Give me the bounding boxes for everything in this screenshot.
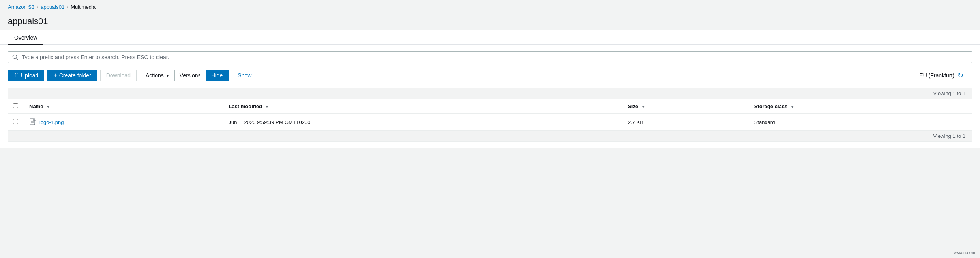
- row-storage-class-cell: Standard: [748, 114, 972, 130]
- more-options-icon[interactable]: …: [967, 72, 972, 79]
- region-area: EU (Frankfurt) ↻ …: [919, 71, 972, 80]
- table-header-row: Name ▼ Last modified ▼ Size ▼ Storage cl…: [8, 99, 972, 114]
- show-button[interactable]: Show: [232, 70, 257, 81]
- files-table: Name ▼ Last modified ▼ Size ▼ Storage cl…: [8, 99, 972, 130]
- row-checkbox-cell: [8, 114, 23, 130]
- versions-label: Versions: [178, 70, 202, 81]
- breadcrumb-s3-link[interactable]: Amazon S3: [8, 4, 34, 10]
- search-bar: [8, 51, 972, 63]
- row-name-cell: logo-1.png: [23, 114, 222, 130]
- refresh-icon[interactable]: ↻: [958, 71, 963, 80]
- last-modified-sort-icon[interactable]: ▼: [265, 105, 269, 109]
- storage-class-sort-icon[interactable]: ▼: [791, 105, 794, 109]
- main-content: ⇧ Upload + Create folder Download Action…: [0, 45, 980, 148]
- download-button[interactable]: Download: [100, 70, 137, 81]
- breadcrumb-bucket-link[interactable]: appuals01: [41, 4, 64, 10]
- select-all-header: [8, 99, 23, 114]
- actions-dropdown-arrow: ▾: [167, 73, 169, 78]
- row-last-modified-cell: Jun 1, 2020 9:59:39 PM GMT+0200: [222, 114, 622, 130]
- row-checkbox[interactable]: [13, 119, 18, 124]
- upload-button[interactable]: ⇧ Upload: [8, 70, 44, 81]
- col-name: Name ▼: [23, 99, 222, 114]
- col-size: Size ▼: [622, 99, 748, 114]
- page-title: appuals01: [8, 16, 972, 26]
- row-size-cell: 2.7 KB: [622, 114, 748, 130]
- table-wrapper: Viewing 1 to 1 Name ▼ Last modified ▼: [8, 88, 972, 142]
- breadcrumb-separator-1: ›: [37, 4, 38, 10]
- table-info-bottom: Viewing 1 to 1: [8, 130, 972, 141]
- breadcrumb-separator-2: ›: [67, 4, 68, 10]
- file-icon: [29, 118, 37, 126]
- upload-icon: ⇧: [14, 72, 19, 79]
- plus-icon: +: [53, 72, 57, 79]
- table-row: logo-1.png Jun 1, 2020 9:59:39 PM GMT+02…: [8, 114, 972, 130]
- breadcrumb: Amazon S3 › appuals01 › Multimedia: [0, 0, 980, 12]
- actions-button[interactable]: Actions ▾: [140, 70, 175, 81]
- select-all-checkbox[interactable]: [13, 103, 18, 108]
- create-folder-button[interactable]: + Create folder: [47, 70, 97, 81]
- breadcrumb-current: Multimedia: [71, 4, 96, 10]
- search-input[interactable]: [22, 54, 968, 60]
- col-last-modified: Last modified ▼: [222, 99, 622, 114]
- search-icon: [12, 54, 19, 60]
- size-sort-icon[interactable]: ▼: [641, 105, 645, 109]
- page-header: appuals01: [0, 12, 980, 26]
- svg-line-1: [17, 58, 18, 60]
- region-label: EU (Frankfurt): [919, 72, 954, 79]
- tab-overview[interactable]: Overview: [8, 30, 43, 45]
- file-link[interactable]: logo-1.png: [39, 119, 64, 125]
- name-sort-icon[interactable]: ▼: [46, 105, 50, 109]
- table-info-top: Viewing 1 to 1: [8, 88, 972, 99]
- toolbar: ⇧ Upload + Create folder Download Action…: [8, 70, 972, 81]
- tabs-bar: Overview: [0, 30, 980, 45]
- col-storage-class: Storage class ▼: [748, 99, 972, 114]
- hide-button[interactable]: Hide: [206, 70, 229, 81]
